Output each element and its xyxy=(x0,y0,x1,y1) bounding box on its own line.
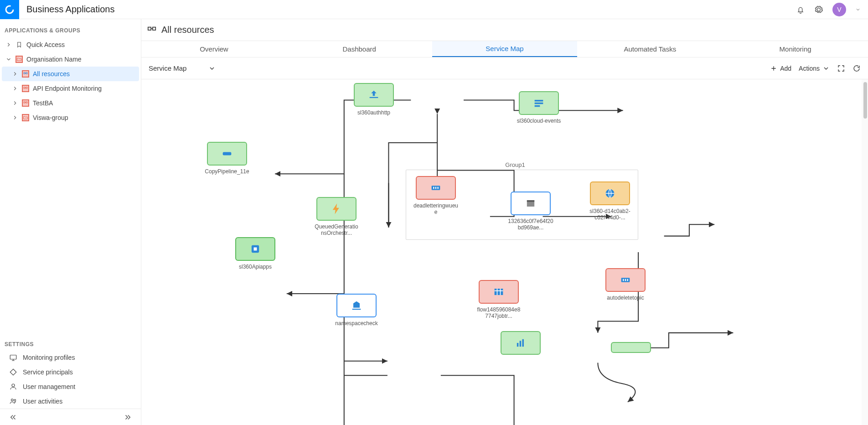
users-icon xyxy=(9,397,17,405)
queue-icon xyxy=(429,181,442,194)
view-selector-label: Service Map xyxy=(149,64,186,72)
scrollbar-thumb[interactable] xyxy=(863,82,867,119)
actions-button[interactable]: Actions xyxy=(799,65,830,72)
node-partial-1[interactable] xyxy=(501,331,541,355)
header-actions: V xyxy=(796,3,861,16)
page-title-bar: All resources xyxy=(141,19,868,41)
fullscreen-icon[interactable] xyxy=(837,64,845,73)
node-queuedgen[interactable]: QueuedGenerationsOrchestr... xyxy=(314,197,359,237)
node-label: sl360authhttp xyxy=(351,109,397,116)
add-button[interactable]: Add xyxy=(770,65,791,72)
node-label: deadletteringwueue xyxy=(413,202,459,216)
svg-rect-23 xyxy=(522,339,524,347)
chevron-down-icon xyxy=(5,56,12,62)
svg-point-8 xyxy=(12,384,15,387)
tabs: Overview Dashboard Service Map Automated… xyxy=(141,41,868,57)
gear-icon[interactable] xyxy=(814,5,823,14)
chevron-right-icon xyxy=(12,100,18,106)
tab-overview[interactable]: Overview xyxy=(141,41,287,57)
svg-rect-2 xyxy=(26,73,27,74)
monitor-icon xyxy=(9,353,17,362)
svg-rect-22 xyxy=(520,341,522,347)
svg-rect-21 xyxy=(517,343,519,347)
node-sl360d14[interactable]: sl360-d14c0ab2-c02f-44d0-... xyxy=(587,181,633,221)
view-selector[interactable]: Service Map xyxy=(149,64,216,72)
node-sl360apiapps[interactable]: sl360Apiapps xyxy=(232,237,278,270)
tree-label: API Endpoint Monitoring xyxy=(33,85,102,92)
tab-dashboard[interactable]: Dashboard xyxy=(287,41,432,57)
node-label: autodeletetopic xyxy=(603,295,648,301)
node-label: 132636c0f7e64f20bd969ae... xyxy=(508,218,553,231)
sidebar-quick-access[interactable]: Quick Access xyxy=(2,37,139,52)
node-flow148[interactable]: flow148596084e87747jobtr... xyxy=(476,280,522,320)
chevron-right-icon xyxy=(12,85,18,92)
user-icon xyxy=(9,383,17,391)
chevron-right-icon xyxy=(12,71,18,77)
sidebar-tree: Quick Access Organisation Name All resou… xyxy=(0,37,141,337)
node-sl360cloudevents[interactable]: sl360cloud-events xyxy=(516,91,562,124)
canvas-wrap: Group1 xyxy=(141,79,868,425)
settings-service-principals[interactable]: Service principals xyxy=(0,365,141,379)
svg-rect-4 xyxy=(26,87,27,88)
sidebar-org[interactable]: Organisation Name xyxy=(2,52,139,67)
node-namespacecheck[interactable]: namespacecheck xyxy=(334,294,379,327)
upload-icon xyxy=(367,88,380,101)
settings-user-management[interactable]: User management xyxy=(0,379,141,394)
namespace-icon xyxy=(350,299,363,312)
settings-label: Service principals xyxy=(23,368,73,376)
node-autodeletetopic[interactable]: autodeletetopic xyxy=(603,268,648,301)
sidebar-item-api-endpoint[interactable]: API Endpoint Monitoring xyxy=(2,81,139,96)
node-label: flow148596084e87747jobtr... xyxy=(476,306,522,320)
tree-label: All resources xyxy=(33,70,70,78)
chevron-down-icon xyxy=(208,65,216,72)
settings-user-activities[interactable]: User activities xyxy=(0,394,141,409)
node-sl360authhttp[interactable]: sl360authhttp xyxy=(351,83,397,116)
settings-monitoring-profiles[interactable]: Monitoring profiles xyxy=(0,350,141,365)
folder-icon xyxy=(22,114,29,121)
node-guid[interactable]: 132636c0f7e64f20bd969ae... xyxy=(508,192,553,231)
chevron-double-left-icon[interactable] xyxy=(9,413,17,421)
svg-rect-5 xyxy=(24,102,25,103)
sidebar-item-all-resources[interactable]: All resources xyxy=(2,67,139,81)
chevron-down-icon[interactable] xyxy=(855,7,861,12)
svg-point-10 xyxy=(14,399,16,401)
svg-point-0 xyxy=(6,6,13,13)
table-icon xyxy=(492,285,505,298)
app-title: Business Applications xyxy=(26,4,796,15)
resources-icon xyxy=(147,25,157,35)
service-map-canvas[interactable]: Group1 xyxy=(141,79,868,425)
page-title: All resources xyxy=(161,25,214,35)
sidebar-item-testba[interactable]: TestBA xyxy=(2,96,139,110)
tree-label: Organisation Name xyxy=(26,56,82,63)
sidebar-section-title: APPLICATIONS & GROUPS xyxy=(0,19,141,37)
toolbar: Service Map Add Actions xyxy=(141,57,868,79)
tab-service-map[interactable]: Service Map xyxy=(432,41,578,57)
actions-label: Actions xyxy=(799,65,820,72)
sidebar-item-viswa-group[interactable]: Viswa-group xyxy=(2,110,139,125)
sidebar: APPLICATIONS & GROUPS Quick Access Organ… xyxy=(0,19,141,425)
chevron-double-right-icon[interactable] xyxy=(124,413,132,421)
window-icon xyxy=(524,197,537,210)
node-deadletter[interactable]: deadletteringwueue xyxy=(413,176,459,216)
list-icon xyxy=(532,97,545,109)
refresh-icon[interactable] xyxy=(852,64,861,73)
node-label: sl360-d14c0ab2-c02f-44d0-... xyxy=(587,208,633,221)
chart-icon xyxy=(514,337,527,349)
node-copypipeline[interactable]: CopyPipeline_11e xyxy=(204,142,250,175)
tree-label: Viswa-group xyxy=(33,114,68,121)
resources-icon xyxy=(22,85,29,92)
scrollbar-vertical[interactable] xyxy=(862,79,868,425)
chevron-right-icon xyxy=(5,41,12,48)
settings-label: User management xyxy=(23,383,75,390)
api-icon xyxy=(249,243,262,255)
add-label: Add xyxy=(780,65,791,72)
app-logo[interactable] xyxy=(0,0,19,19)
avatar[interactable]: V xyxy=(832,3,846,16)
svg-rect-12 xyxy=(153,27,155,30)
bell-icon[interactable] xyxy=(796,5,805,14)
tab-automated-tasks[interactable]: Automated Tasks xyxy=(577,41,723,57)
topic-icon xyxy=(619,274,632,286)
tab-monitoring[interactable]: Monitoring xyxy=(723,41,868,57)
node-partial-2[interactable] xyxy=(611,342,651,353)
svg-rect-19 xyxy=(495,289,503,295)
